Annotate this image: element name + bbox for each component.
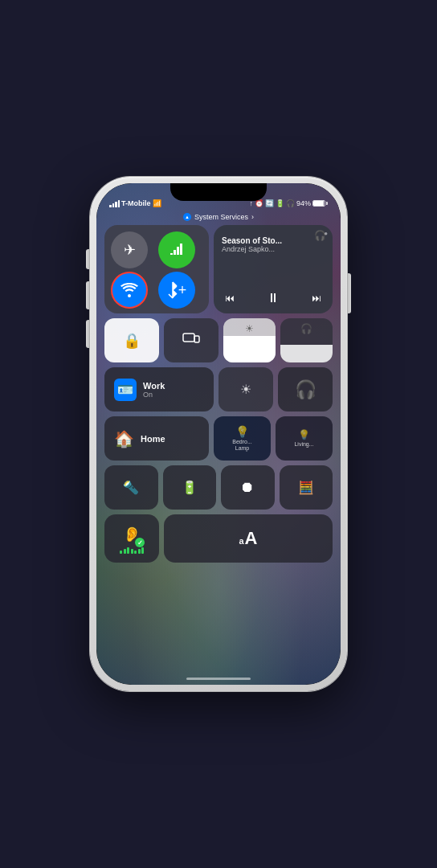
hearing-icon-area: 👂 ✓	[120, 523, 143, 546]
home-icon: 🏠	[114, 429, 134, 448]
bedroom-lamp-label: Bedro... Lamp	[232, 439, 252, 452]
volume-slider-tile[interactable]: 🎧	[280, 318, 333, 362]
phone-frame: T-Mobile 📶 ↑ ⏰ 🔄 🔋 🎧 94%	[90, 177, 347, 691]
battery-percent: 94%	[296, 199, 311, 207]
headphone-icon: 🎧	[286, 199, 295, 207]
hearing-check-badge: ✓	[135, 538, 145, 547]
status-left: T-Mobile 📶	[109, 199, 161, 207]
bedroom-lamp-tile[interactable]: 💡 Bedro... Lamp	[214, 416, 271, 461]
living-lamp-icon: 💡	[298, 429, 310, 440]
h-bar-4	[131, 549, 133, 554]
h-bar-7	[141, 547, 144, 554]
living-lamp-tile[interactable]: 💡 ● Living...	[276, 416, 333, 461]
connectivity-tile: ✈	[104, 225, 209, 313]
home-tile[interactable]: 🏠 Home	[104, 416, 209, 461]
row-connectivity-media: ✈	[104, 225, 333, 313]
home-label: Home	[141, 434, 165, 444]
calculator-tile[interactable]: 🧮	[280, 465, 333, 510]
svg-rect-1	[194, 336, 199, 342]
text-size-large-label: A	[245, 528, 258, 549]
h-bar-5	[134, 551, 137, 554]
location-arrow-icon: ▲	[183, 213, 191, 221]
location-banner-text: System Services	[194, 213, 248, 221]
text-size-tile[interactable]: a A	[164, 514, 333, 563]
media-skip-forward-button[interactable]: ⏭	[312, 293, 321, 304]
bluetooth-button[interactable]: +	[158, 272, 195, 309]
status-right: ↑ ⏰ 🔄 🔋 🎧 94%	[249, 199, 328, 207]
focus-work-label: Work	[143, 381, 165, 391]
media-artist: Andrzej Sapko...	[222, 245, 325, 253]
screen-rotation-lock-tile[interactable]: 🔒	[104, 318, 159, 362]
power-button[interactable]	[348, 273, 351, 313]
calculator-icon: 🧮	[298, 480, 314, 495]
signal-bars	[109, 200, 120, 207]
battery-util-icon: 🔋	[182, 480, 198, 495]
signal-bar-1	[109, 205, 112, 207]
airpods-vol-icon: 🎧	[295, 379, 317, 400]
airplane-mode-button[interactable]: ✈	[111, 231, 148, 268]
row-focus: 🪪 Work On ☀ 🎧	[104, 367, 333, 411]
location-chevron: ›	[251, 213, 254, 221]
h-bar-6	[138, 549, 141, 554]
media-player-tile[interactable]: 🎧 Season of Sto... Andrzej Sapko... ⏮ ⏸ …	[214, 225, 333, 313]
brightness-sun-icon: ☀	[245, 323, 254, 334]
screen-record-icon: ⏺	[240, 479, 255, 496]
focus-work-icon: 🪪	[117, 382, 133, 397]
focus-work-text: Work On	[143, 381, 165, 399]
signal-bar-3	[115, 202, 117, 207]
rotation-lock-icon: 🔒	[123, 332, 141, 350]
screen-mirror-icon	[182, 333, 200, 349]
hearing-tile[interactable]: 👂 ✓	[104, 514, 159, 563]
bedroom-lamp-icon: 💡	[235, 425, 249, 438]
row-hearing-textsize: 👂 ✓	[104, 514, 333, 563]
focus-work-tile[interactable]: 🪪 Work On	[104, 367, 214, 411]
location-services-banner[interactable]: ▲ System Services ›	[96, 211, 341, 223]
media-info: Season of Sto... Andrzej Sapko...	[222, 233, 325, 253]
sync-icon: 🔄	[265, 199, 274, 207]
cellular-data-button[interactable]	[158, 231, 195, 268]
wifi-button[interactable]	[111, 272, 148, 309]
text-size-small-label: a	[239, 536, 243, 546]
row-home: 🏠 Home 💡 Bedro... Lamp 💡 ●	[104, 416, 333, 461]
signal-bar-2	[112, 203, 115, 207]
media-play-pause-button[interactable]: ⏸	[267, 291, 280, 305]
wifi-status-icon: 📶	[153, 199, 161, 207]
flashlight-tile[interactable]: 🔦	[104, 465, 158, 510]
flashlight-icon: 🔦	[123, 480, 139, 495]
volume-up-button[interactable]	[86, 281, 89, 309]
text-size-display: a A	[239, 528, 257, 549]
volume-fill	[280, 345, 333, 362]
focus-work-icon-wrap: 🪪	[114, 379, 137, 401]
battery-visual	[312, 200, 328, 207]
control-center-screen: T-Mobile 📶 ↑ ⏰ 🔄 🔋 🎧 94%	[96, 183, 341, 685]
phone-screen: T-Mobile 📶 ↑ ⏰ 🔄 🔋 🎧 94%	[96, 183, 341, 685]
focus-work-sublabel: On	[143, 391, 165, 399]
battery-tile[interactable]: 🔋	[163, 465, 217, 510]
volume-icon: 🎧	[300, 323, 312, 334]
screen-record-tile[interactable]: ⏺	[221, 465, 275, 510]
media-title: Season of Sto...	[222, 236, 325, 245]
signal-bar-4	[118, 200, 120, 207]
h-bar-2	[124, 549, 126, 554]
mute-switch[interactable]	[86, 249, 89, 269]
sun-icon: ☀	[240, 382, 251, 397]
display-brightness-button[interactable]: ☀	[218, 367, 273, 411]
h-bar-3	[127, 547, 129, 554]
media-skip-back-button[interactable]: ⏮	[225, 293, 235, 304]
battery-icon: 🔋	[276, 199, 284, 207]
media-controls: ⏮ ⏸ ⏭	[222, 291, 325, 305]
airpods-volume-tile[interactable]: 🎧	[278, 367, 333, 411]
carrier-name: T-Mobile	[121, 199, 151, 207]
brightness-fill	[223, 336, 276, 362]
h-bar-1	[120, 551, 122, 554]
row-lock-mirror-sliders: 🔒 ☀	[104, 318, 333, 362]
hearing-bars	[120, 547, 144, 554]
control-center: ✈	[104, 225, 333, 669]
screen-mirror-tile[interactable]	[164, 318, 218, 362]
row-utilities: 🔦 🔋 ⏺ 🧮	[104, 465, 333, 510]
brightness-slider-tile[interactable]: ☀	[223, 318, 276, 362]
home-bar[interactable]	[186, 678, 251, 680]
living-lamp-label: Living...	[294, 441, 313, 448]
volume-down-button[interactable]	[86, 320, 89, 348]
svg-rect-0	[183, 334, 194, 342]
